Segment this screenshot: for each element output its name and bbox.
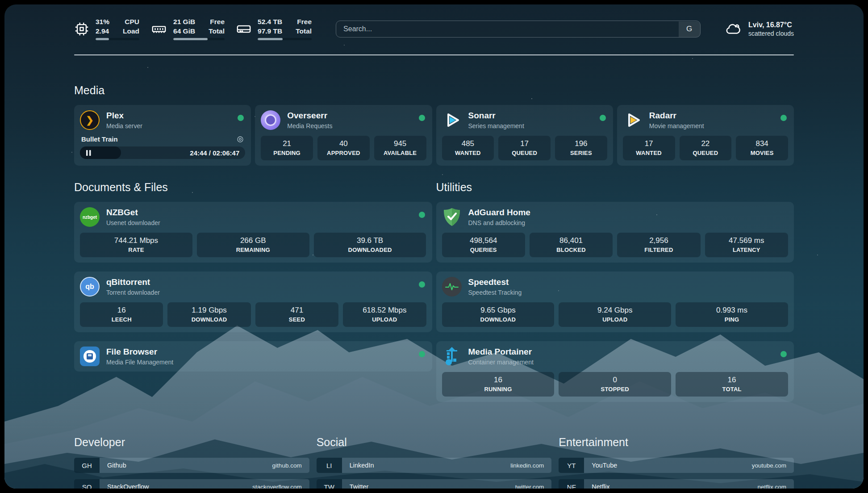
bookmark-name: LinkedIn: [350, 462, 374, 469]
stat-running: 16RUNNING: [442, 372, 555, 397]
bookmark-github[interactable]: GH Github github.com: [74, 458, 309, 473]
disk-total-label: Total: [296, 27, 312, 35]
service-title: NZBGet: [106, 208, 160, 218]
service-subtitle: Usenet downloader: [106, 219, 160, 226]
service-card-plex[interactable]: ❯ Plex Media server Bullet Train: [74, 105, 251, 166]
now-playing-track: Bullet Train: [81, 135, 118, 143]
service-card-speedtest[interactable]: Speedtest Speedtest Tracking 9.65 GbpsDO…: [436, 272, 794, 332]
stat-movies: 834MOVIES: [736, 136, 788, 160]
bookmark-group-social: Social LI LinkedIn linkedin.com TW Twitt…: [317, 436, 552, 489]
stat-series: 196SERIES: [555, 136, 607, 160]
stat-total: 16TOTAL: [676, 372, 788, 397]
dashboard-window: 31% CPU 2.94 Load 21 GiB Free: [4, 4, 864, 489]
service-card-radarr[interactable]: Radarr Movie management 17WANTED 22QUEUE…: [617, 105, 794, 166]
section-title-utilities: Utilities: [436, 181, 794, 194]
stat-filtered: 2,956FILTERED: [617, 233, 700, 257]
stat-wanted: 485WANTED: [442, 136, 494, 160]
section-title-entertainment: Entertainment: [559, 436, 794, 449]
status-dot: [780, 351, 787, 357]
stat-queries: 498,564QUERIES: [442, 233, 525, 257]
stat-leech: 16LEECH: [80, 302, 163, 327]
stat-stopped: 0STOPPED: [559, 372, 671, 397]
service-card-sonarr[interactable]: Sonarr Series management 485WANTED 17QUE…: [436, 105, 613, 166]
service-title: Media Portainer: [468, 347, 534, 357]
bookmark-group-entertainment: Entertainment YT YouTube youtube.com NF …: [559, 436, 794, 489]
stat-rate: 744.21 MbpsRATE: [80, 233, 192, 257]
stat-approved: 40APPROVED: [317, 136, 370, 160]
bookmark-url: stackoverflow.com: [252, 484, 301, 489]
service-title: Sonarr: [468, 111, 524, 121]
stat-download: 9.65 GbpsDOWNLOAD: [442, 302, 555, 327]
memory-progress-bar: [173, 38, 225, 40]
bookmark-url: linkedin.com: [510, 462, 544, 469]
bookmark-youtube[interactable]: YT YouTube youtube.com: [559, 458, 794, 473]
memory-widget: 21 GiB Free 64 GiB Total: [151, 18, 225, 40]
bookmark-stackoverflow[interactable]: SO StackOverflow stackoverflow.com: [74, 479, 309, 489]
plex-icon: ❯: [80, 110, 100, 130]
stat-ping: 0.993 msPING: [676, 302, 788, 327]
cpu-load: 2.94: [96, 27, 109, 35]
player-time: 24:44 / 02:06:47: [190, 149, 239, 157]
weather-location: Lviv, 16.87°C: [748, 21, 794, 29]
now-playing-icon[interactable]: [237, 136, 244, 143]
adguard-icon: [442, 207, 462, 227]
status-dot: [600, 115, 606, 121]
stat-upload: 9.24 GbpsUPLOAD: [559, 302, 671, 327]
bookmark-group-developer: Developer GH Github github.com SO StackO…: [74, 436, 309, 489]
section-title-social: Social: [317, 436, 552, 449]
stat-remaining: 266 GBREMAINING: [197, 233, 309, 257]
bookmark-twitter[interactable]: TW Twitter twitter.com: [317, 479, 552, 489]
portainer-icon: [442, 347, 462, 366]
bookmark-netflix[interactable]: NF Netflix netflix.com: [559, 479, 794, 489]
service-card-filebrowser[interactable]: File Browser Media File Management: [74, 341, 432, 372]
memory-total-label: Total: [209, 27, 225, 35]
cpu-label: CPU: [123, 18, 139, 26]
search-input[interactable]: [336, 21, 701, 38]
service-subtitle: Media File Management: [106, 359, 173, 366]
memory-free: 21 GiB: [173, 18, 195, 26]
bookmark-linkedin[interactable]: LI LinkedIn linkedin.com: [317, 458, 552, 473]
disk-widget: 52.4 TB Free 97.9 TB Total: [236, 18, 312, 40]
status-dot: [780, 115, 787, 121]
service-card-portainer[interactable]: Media Portainer Container management 16R…: [436, 341, 794, 402]
snow-specks: [4, 4, 5, 5]
service-title: qBittorrent: [106, 277, 160, 288]
weather-condition: scattered clouds: [748, 30, 794, 37]
service-card-qbittorrent[interactable]: qb qBittorrent Torrent downloader 16LEEC…: [74, 272, 432, 332]
disk-progress-bar: [258, 38, 312, 40]
service-subtitle: DNS and adblocking: [468, 219, 530, 226]
bookmark-abbr: SO: [74, 479, 100, 489]
disk-total: 97.9 TB: [258, 27, 282, 35]
service-subtitle: Torrent downloader: [106, 289, 160, 296]
search-provider-button[interactable]: G: [679, 21, 700, 37]
service-card-nzbget[interactable]: nzbget NZBGet Usenet downloader 744.21 M…: [74, 202, 432, 263]
status-dot: [419, 212, 425, 218]
plex-player-bar: 24:44 / 02:06:47: [80, 146, 245, 159]
stat-downloaded: 39.6 TBDOWNLOADED: [314, 233, 426, 257]
service-title: AdGuard Home: [468, 208, 530, 218]
service-subtitle: Movie management: [649, 122, 704, 130]
section-title-documents: Documents & Files: [74, 181, 432, 194]
bookmark-abbr: TW: [317, 479, 342, 489]
overseerr-icon: [261, 110, 280, 130]
cpu-widget: 31% CPU 2.94 Load: [74, 18, 139, 40]
cloud-weather-icon: [724, 21, 743, 38]
service-subtitle: Speedtest Tracking: [468, 289, 522, 296]
cpu-percent: 31%: [96, 18, 109, 26]
player-progress: [80, 146, 121, 159]
pause-icon[interactable]: [86, 150, 91, 156]
section-title-developer: Developer: [74, 436, 309, 449]
weather-widget: Lviv, 16.87°C scattered clouds: [724, 21, 794, 38]
stat-available: 945AVAILABLE: [374, 136, 426, 160]
memory-icon: [151, 21, 167, 37]
service-card-adguard[interactable]: AdGuard Home DNS and adblocking 498,564Q…: [436, 202, 794, 263]
stat-blocked: 86,401BLOCKED: [530, 233, 613, 257]
status-dot: [419, 115, 425, 121]
header-divider: [74, 54, 794, 55]
speedtest-icon: [442, 277, 462, 297]
service-card-overseerr[interactable]: Overseerr Media Requests 21PENDING 40APP…: [255, 105, 432, 166]
filebrowser-icon: [80, 347, 100, 366]
search-bar: G: [336, 21, 701, 38]
disk-free-label: Free: [296, 18, 312, 26]
stat-wanted: 17WANTED: [623, 136, 675, 160]
